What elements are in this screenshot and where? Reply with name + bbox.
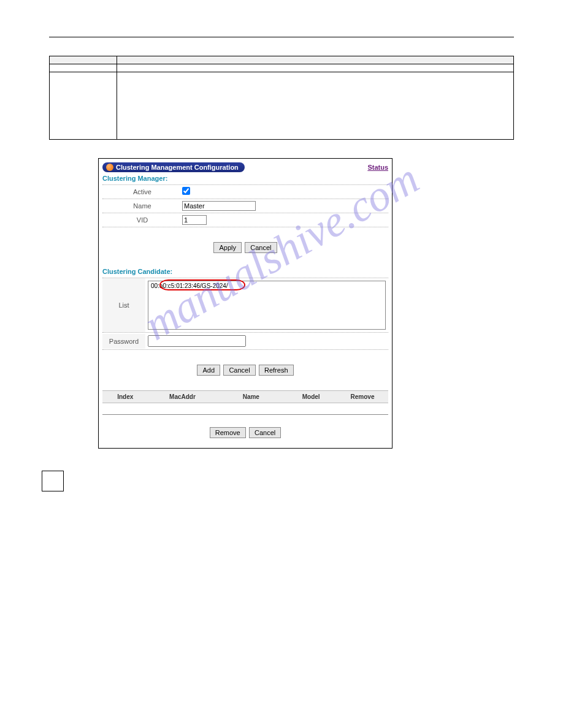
col-remove: Remove [337,393,388,400]
spec-header-2 [117,56,514,64]
panel-title: Clustering Management Configuration [116,164,239,171]
col-index: Index [102,393,148,400]
list-label: List [102,278,145,332]
spec-cell-r2c1 [50,72,117,140]
name-label: Name [102,202,182,210]
remove-button[interactable]: Remove [210,427,246,438]
cancel-button-2[interactable]: Cancel [223,365,255,376]
panel-title-bar: Clustering Management Configuration Stat… [102,162,388,172]
row-vid: VID [102,213,388,227]
spec-cell-r2c2 [117,72,514,140]
password-label: Password [102,334,145,349]
cancel-button-3[interactable]: Cancel [249,427,281,438]
panel-title-pill: Clustering Management Configuration [102,162,245,172]
candidate-heading: Clustering Candidate: [102,268,388,275]
col-name: Name [216,393,285,400]
row-active: Active [102,184,388,199]
remove-buttons: Remove Cancel [102,427,388,438]
row-password: Password [102,332,388,350]
list-item[interactable]: 00:a0:c5:01:23:46/GS-2024/ [150,282,384,289]
spec-cell-r1c2 [117,64,514,72]
col-macaddr: MacAddr [148,393,217,400]
cancel-button-1[interactable]: Cancel [245,242,277,253]
active-label: Active [102,188,182,195]
vid-input[interactable] [182,215,207,225]
config-panel: Clustering Management Configuration Stat… [98,158,393,449]
candidate-listbox[interactable]: 00:a0:c5:01:23:46/GS-2024/ [148,281,386,330]
page-rule [49,37,514,37]
refresh-button[interactable]: Refresh [259,365,294,376]
footer-box [42,471,64,491]
col-model: Model [285,393,337,400]
member-divider [102,414,388,415]
spec-header-1 [50,56,117,64]
apply-button[interactable]: Apply [213,242,242,253]
vid-label: VID [102,216,182,224]
password-input[interactable] [148,335,246,347]
manager-heading: Clustering Manager: [102,175,388,182]
title-ball-icon [106,164,113,171]
status-link[interactable]: Status [367,164,388,171]
candidate-buttons: Add Cancel Refresh [102,365,388,376]
name-input[interactable] [182,201,256,211]
active-checkbox[interactable] [182,187,190,195]
spec-cell-r1c1 [50,64,117,72]
row-list: List 00:a0:c5:01:23:46/GS-2024/ [102,278,388,332]
spec-table [49,56,514,140]
manager-buttons: Apply Cancel [102,242,388,253]
member-table-header: Index MacAddr Name Model Remove [102,390,388,403]
row-name: Name [102,199,388,213]
add-button[interactable]: Add [197,365,220,376]
